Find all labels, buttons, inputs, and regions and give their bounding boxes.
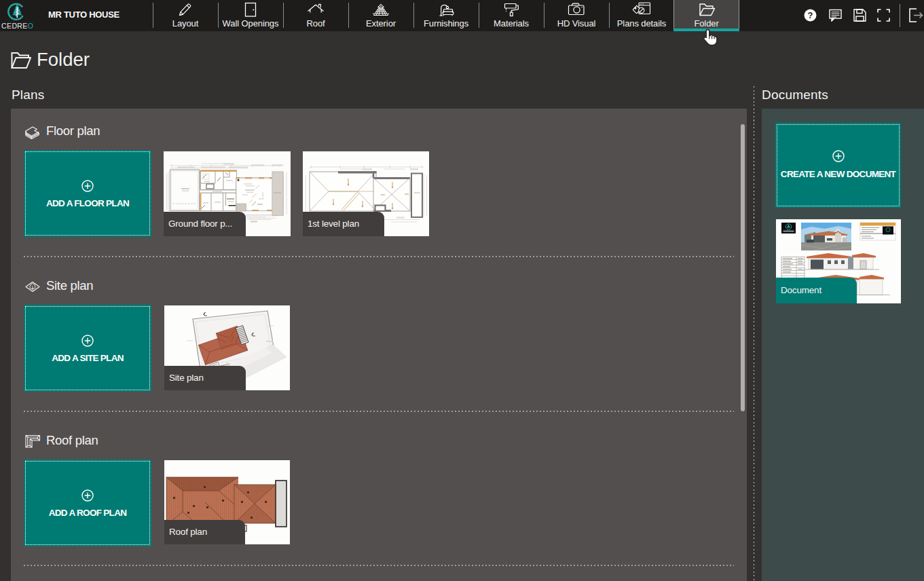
svg-text:?: ?	[808, 10, 813, 20]
